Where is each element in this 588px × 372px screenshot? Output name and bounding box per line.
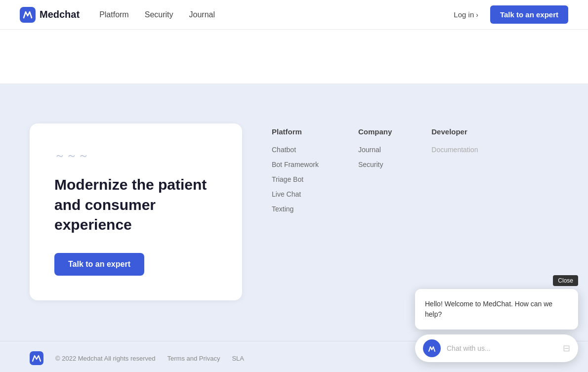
footer-copyright: © 2022 Medchat All rights reserved xyxy=(55,355,156,362)
hero-cta-button[interactable]: Talk to an expert xyxy=(54,253,144,276)
login-link[interactable]: Log in › xyxy=(454,10,478,19)
nav-item-security[interactable]: Security xyxy=(145,10,173,19)
footer-link-texting[interactable]: Texting xyxy=(272,205,319,213)
chat-widget: Close Hello! Welcome to MedChat. How can… xyxy=(415,289,578,362)
footer-col-developer: Developer Documentation xyxy=(431,127,478,213)
login-arrow: › xyxy=(476,11,478,19)
nav-item-journal[interactable]: Journal xyxy=(189,10,215,19)
header-left: Medchat Platform Security Journal xyxy=(20,7,215,23)
chat-input-placeholder[interactable]: Chat with us... xyxy=(447,344,557,352)
brand-name: Medchat xyxy=(40,9,80,20)
footer-sla-link[interactable]: SLA xyxy=(232,355,244,362)
nav-item-platform[interactable]: Platform xyxy=(99,10,129,19)
login-label: Log in xyxy=(454,10,474,19)
hero-divider xyxy=(0,30,588,84)
header-right: Log in › Talk to an expert xyxy=(454,5,568,24)
footer-logo xyxy=(30,351,43,365)
chat-input-row[interactable]: Chat with us... ⊟ xyxy=(415,334,578,362)
footer-logo-icon xyxy=(30,351,43,365)
footer-link-documentation[interactable]: Documentation xyxy=(431,146,478,154)
main-nav: Platform Security Journal xyxy=(99,10,215,19)
logo[interactable]: Medchat xyxy=(20,7,80,23)
footer-link-journal[interactable]: Journal xyxy=(358,146,392,154)
chat-send-icon[interactable]: ⊟ xyxy=(563,343,570,354)
footer-links: Platform Chatbot Bot Framework Triage Bo… xyxy=(272,124,558,213)
footer-col-company: Company Journal Security xyxy=(358,127,392,213)
chat-welcome-message: Hello! Welcome to MedChat. How can we he… xyxy=(415,289,578,330)
header-cta-button[interactable]: Talk to an expert xyxy=(490,5,568,24)
footer-link-live-chat[interactable]: Live Chat xyxy=(272,190,319,198)
logo-icon xyxy=(20,7,36,23)
footer-link-chatbot[interactable]: Chatbot xyxy=(272,146,319,154)
footer-terms-link[interactable]: Terms and Privacy xyxy=(168,355,220,362)
close-tooltip[interactable]: Close xyxy=(553,275,578,286)
header: Medchat Platform Security Journal Log in… xyxy=(0,0,588,30)
footer-link-bot-framework[interactable]: Bot Framework xyxy=(272,161,319,168)
chat-avatar-icon xyxy=(427,343,437,353)
card-decoration: ～～～ xyxy=(54,148,217,163)
content-row: ～～～ Modernize the patient and consumer e… xyxy=(30,124,558,300)
footer-company-heading: Company xyxy=(358,127,392,136)
chat-avatar xyxy=(423,339,441,357)
footer-platform-heading: Platform xyxy=(272,127,319,136)
footer-col-platform: Platform Chatbot Bot Framework Triage Bo… xyxy=(272,127,319,213)
footer-developer-heading: Developer xyxy=(431,127,478,136)
hero-card: ～～～ Modernize the patient and consumer e… xyxy=(30,124,242,300)
footer-link-security[interactable]: Security xyxy=(358,161,392,168)
hero-title: Modernize the patient and consumer exper… xyxy=(54,175,217,235)
footer-link-triage-bot[interactable]: Triage Bot xyxy=(272,175,319,183)
